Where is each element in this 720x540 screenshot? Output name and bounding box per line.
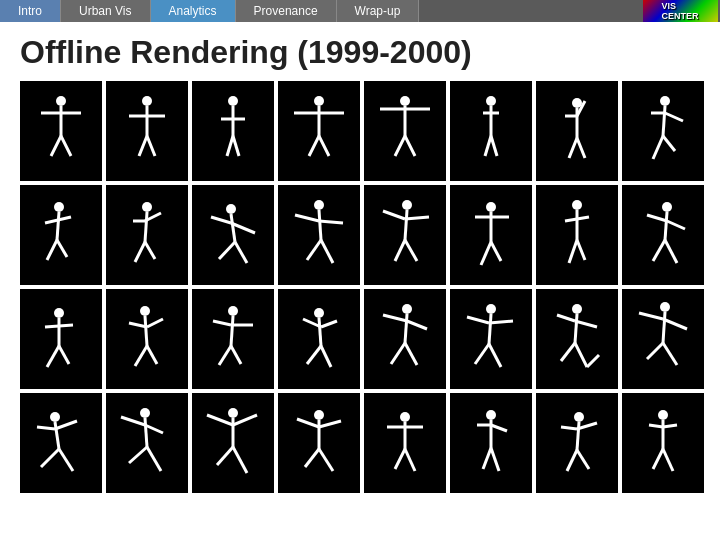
svg-line-64 [321,240,333,263]
svg-line-62 [319,221,343,223]
navigation-bar: Intro Urban Vis Analytics Provenance Wra… [0,0,720,22]
logo: VISCENTER [640,0,720,22]
svg-line-119 [467,317,489,323]
svg-line-60 [319,210,321,240]
svg-point-5 [142,96,152,106]
svg-line-169 [483,448,491,469]
svg-point-20 [400,96,410,106]
svg-line-115 [391,343,405,364]
svg-line-150 [207,415,233,425]
figure-cell-3-6 [450,289,532,389]
svg-line-80 [569,240,577,263]
svg-line-103 [219,346,231,365]
grid-row-1 [20,81,700,181]
svg-line-138 [37,427,55,429]
figure-cell-3-3 [192,289,274,389]
svg-line-52 [145,242,155,259]
svg-point-93 [140,306,150,316]
svg-line-145 [145,425,163,433]
svg-line-57 [219,242,235,259]
svg-line-104 [231,346,241,364]
figure-cell-2-6 [450,185,532,285]
svg-point-142 [140,408,150,418]
figure-cell-2-3 [192,185,274,285]
svg-line-84 [647,215,667,221]
svg-point-53 [226,204,236,214]
figure-cell-2-7 [536,185,618,285]
figure-cell-4-1 [20,393,102,493]
svg-line-109 [307,346,321,364]
svg-line-75 [491,242,501,261]
svg-line-135 [663,343,677,365]
svg-line-133 [663,319,687,329]
grid-row-4 [20,393,700,493]
svg-line-3 [51,136,61,156]
svg-line-181 [653,449,663,469]
svg-line-87 [665,240,677,263]
svg-line-41 [663,136,675,151]
nav-item-analytics[interactable]: Analytics [151,0,236,22]
svg-line-34 [569,138,577,158]
svg-line-92 [59,346,69,364]
nav-item-urban-vis[interactable]: Urban Vis [61,0,150,22]
figure-cell-3-1 [20,289,102,389]
svg-line-24 [405,136,415,156]
svg-line-176 [577,450,589,469]
figure-cell-1-4 [278,81,360,181]
svg-line-8 [139,136,147,156]
image-grid [0,81,720,493]
svg-line-158 [305,449,319,467]
svg-point-111 [402,304,412,314]
svg-line-19 [319,136,329,156]
figure-cell-4-8 [622,393,704,493]
figure-cell-3-4 [278,289,360,389]
svg-line-128 [575,343,587,367]
figure-cell-1-1 [20,81,102,181]
svg-line-141 [59,449,73,471]
svg-line-140 [41,449,59,467]
svg-line-78 [565,219,577,221]
svg-point-160 [400,412,410,422]
svg-point-0 [56,96,66,106]
svg-point-71 [486,202,496,212]
svg-line-13 [227,136,233,156]
svg-line-83 [665,212,667,240]
svg-line-137 [55,422,59,449]
svg-line-143 [145,418,147,447]
svg-line-4 [61,136,71,156]
svg-line-127 [561,343,575,361]
svg-line-63 [307,240,321,260]
svg-line-113 [383,315,407,321]
svg-line-29 [491,136,497,156]
svg-point-25 [486,96,496,106]
figure-cell-4-4 [278,393,360,493]
svg-line-114 [407,321,427,329]
svg-point-171 [574,412,584,422]
svg-line-81 [577,240,585,260]
svg-line-172 [577,422,579,450]
svg-line-147 [147,447,161,471]
svg-line-74 [481,242,491,265]
nav-item-provenance[interactable]: Provenance [236,0,337,22]
nav-item-intro[interactable]: Intro [0,0,61,22]
grid-row-2 [20,185,700,285]
svg-line-51 [135,242,145,262]
svg-point-59 [314,200,324,210]
svg-line-67 [383,211,405,219]
svg-line-131 [663,312,665,343]
figure-cell-2-5 [364,185,446,285]
figure-cell-2-2 [106,185,188,285]
svg-point-154 [314,410,324,420]
nav-item-wrapup[interactable]: Wrap-up [337,0,420,22]
svg-line-69 [395,240,405,261]
svg-line-79 [577,217,589,219]
svg-line-116 [405,343,417,365]
svg-line-70 [405,240,417,261]
svg-line-45 [47,240,57,260]
svg-point-123 [572,304,582,314]
svg-point-99 [228,306,238,316]
figure-cell-1-8 [622,81,704,181]
svg-line-37 [663,106,665,136]
svg-line-101 [213,321,231,325]
figure-cell-2-1 [20,185,102,285]
